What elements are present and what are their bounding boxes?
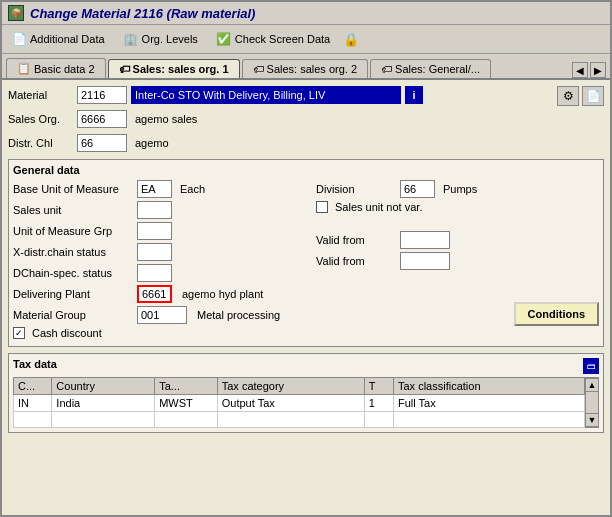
table-icon: 🗃 <box>583 358 599 374</box>
tax-data-section: Tax data 🗃 C... Country Ta... Tax catego… <box>8 353 604 433</box>
tax-col-c: C... <box>14 378 52 395</box>
division-input[interactable] <box>400 180 435 198</box>
delivering-plant-label: Delivering Plant <box>13 288 133 300</box>
org-levels-button[interactable]: 🏢 Org. Levels <box>118 28 203 50</box>
tab-basic-data-2[interactable]: 📋 Basic data 2 <box>6 58 106 78</box>
base-uom-label: Base Unit of Measure <box>13 183 133 195</box>
division-text: Pumps <box>443 183 477 195</box>
material-group-label: Material Group <box>13 309 133 321</box>
tax-col-taxclass: Tax classification <box>394 378 585 395</box>
uom-grp-input[interactable] <box>137 222 172 240</box>
tax-cell-taxclass: Full Tax <box>394 395 585 412</box>
valid-from-1-input[interactable] <box>400 231 450 249</box>
tab-sales-general-label: Sales: General/... <box>395 63 480 75</box>
uom-grp-row: Unit of Measure Grp <box>13 222 296 240</box>
conditions-button[interactable]: Conditions <box>514 302 599 326</box>
title-bar: 📦 Change Material 2116 (Raw material) <box>2 2 610 25</box>
sales-org-input[interactable] <box>77 110 127 128</box>
xdistr-label: X-distr.chain status <box>13 246 133 258</box>
sales-unit-input[interactable] <box>137 201 172 219</box>
page-icon-btn[interactable]: 📄 <box>582 86 604 106</box>
sales-unit-label: Sales unit <box>13 204 133 216</box>
dchain-label: DChain-spec. status <box>13 267 133 279</box>
window-title: Change Material 2116 (Raw material) <box>30 6 255 21</box>
material-group-text: Metal processing <box>197 309 280 321</box>
tax-row-empty <box>14 412 585 428</box>
delivering-plant-input[interactable] <box>137 285 172 303</box>
general-data-title: General data <box>13 164 599 176</box>
material-row: Material i <box>8 86 423 104</box>
material-description-input[interactable] <box>131 86 401 104</box>
main-content: Material i Sales Org. agemo sales Distr.… <box>2 80 610 515</box>
tax-col-ta: Ta... <box>155 378 218 395</box>
dchain-row: DChain-spec. status <box>13 264 296 282</box>
delivering-plant-row: Delivering Plant agemo hyd plant <box>13 285 296 303</box>
tab-basic-data-2-label: Basic data 2 <box>34 63 95 75</box>
check-screen-icon: ✅ <box>216 31 232 47</box>
material-group-input[interactable] <box>137 306 187 324</box>
check-screen-data-button[interactable]: ✅ Check Screen Data <box>211 28 335 50</box>
material-group-row: Material Group Metal processing <box>13 306 296 324</box>
general-data-left: Base Unit of Measure Each Sales unit Uni… <box>13 180 296 342</box>
tax-row-1[interactable]: IN India MWST Output Tax 1 Full Tax <box>14 395 585 412</box>
division-label: Division <box>316 183 396 195</box>
tab-sales-general[interactable]: 🏷 Sales: General/... <box>370 59 491 78</box>
scroll-up-button[interactable]: ▲ <box>585 378 599 392</box>
general-data-cols: Base Unit of Measure Each Sales unit Uni… <box>13 180 599 342</box>
valid-from-1-label: Valid from <box>316 234 396 246</box>
tab-sales-org-1[interactable]: 🏷 Sales: sales org. 1 <box>108 59 240 78</box>
tab-prev-button[interactable]: ◀ <box>572 62 588 78</box>
delivering-plant-text: agemo hyd plant <box>182 288 263 300</box>
cash-discount-row: Cash discount <box>13 327 296 339</box>
main-window: 📦 Change Material 2116 (Raw material) 📄 … <box>0 0 612 517</box>
org-levels-icon: 🏢 <box>123 31 139 47</box>
xdistr-input[interactable] <box>137 243 172 261</box>
config-icon-btn[interactable]: ⚙ <box>557 86 579 106</box>
sales-org-label: Sales Org. <box>8 113 73 125</box>
valid-from-2-row: Valid from <box>316 252 599 270</box>
material-input[interactable] <box>77 86 127 104</box>
tax-cell-country: India <box>52 395 155 412</box>
sales-unit-row: Sales unit <box>13 201 296 219</box>
tab-sales-general-icon: 🏷 <box>381 63 392 75</box>
tax-col-taxcat: Tax category <box>217 378 364 395</box>
tax-table-container: C... Country Ta... Tax category T Tax cl… <box>13 377 599 428</box>
sales-unit-not-var-checkbox[interactable] <box>316 201 328 213</box>
tab-next-button[interactable]: ▶ <box>590 62 606 78</box>
tax-scrollbar[interactable]: ▲ ▼ <box>585 377 599 428</box>
tab-basic-data-2-icon: 📋 <box>17 62 31 75</box>
valid-from-2-label: Valid from <box>316 255 396 267</box>
valid-from-1-row: Valid from <box>316 231 599 249</box>
tab-navigation: ◀ ▶ <box>572 62 606 78</box>
distr-chl-name: agemo <box>135 137 169 149</box>
sales-unit-not-var-row: Sales unit not var. <box>316 201 599 213</box>
tab-sales-org-1-label: Sales: sales org. 1 <box>133 63 229 75</box>
tax-table: C... Country Ta... Tax category T Tax cl… <box>13 377 585 428</box>
cash-discount-checkbox[interactable] <box>13 327 25 339</box>
tax-cell-ta: MWST <box>155 395 218 412</box>
lock-icon: 🔒 <box>343 31 359 47</box>
toolbar: 📄 Additional Data 🏢 Org. Levels ✅ Check … <box>2 25 610 54</box>
additional-data-button[interactable]: 📄 Additional Data <box>6 28 110 50</box>
sales-org-row: Sales Org. agemo sales <box>8 110 423 128</box>
scroll-down-button[interactable]: ▼ <box>585 413 599 427</box>
tax-cell-t: 1 <box>364 395 393 412</box>
tab-sales-org-2-icon: 🏷 <box>253 63 264 75</box>
valid-from-2-input[interactable] <box>400 252 450 270</box>
xdistr-row: X-distr.chain status <box>13 243 296 261</box>
tab-sales-org-2[interactable]: 🏷 Sales: sales org. 2 <box>242 59 369 78</box>
general-data-section: General data Base Unit of Measure Each S… <box>8 159 604 347</box>
base-uom-input[interactable] <box>137 180 172 198</box>
sales-org-name: agemo sales <box>135 113 197 125</box>
tax-cell-taxcat: Output Tax <box>217 395 364 412</box>
tax-col-country: Country <box>52 378 155 395</box>
dchain-input[interactable] <box>137 264 172 282</box>
division-row: Division Pumps <box>316 180 599 198</box>
info-icon[interactable]: i <box>405 86 423 104</box>
material-label: Material <box>8 89 73 101</box>
base-uom-row: Base Unit of Measure Each <box>13 180 296 198</box>
app-icon: 📦 <box>8 5 24 21</box>
tabs-row: 📋 Basic data 2 🏷 Sales: sales org. 1 🏷 S… <box>2 54 610 80</box>
general-data-right: Division Pumps Sales unit not var. Valid… <box>316 180 599 342</box>
distr-chl-input[interactable] <box>77 134 127 152</box>
